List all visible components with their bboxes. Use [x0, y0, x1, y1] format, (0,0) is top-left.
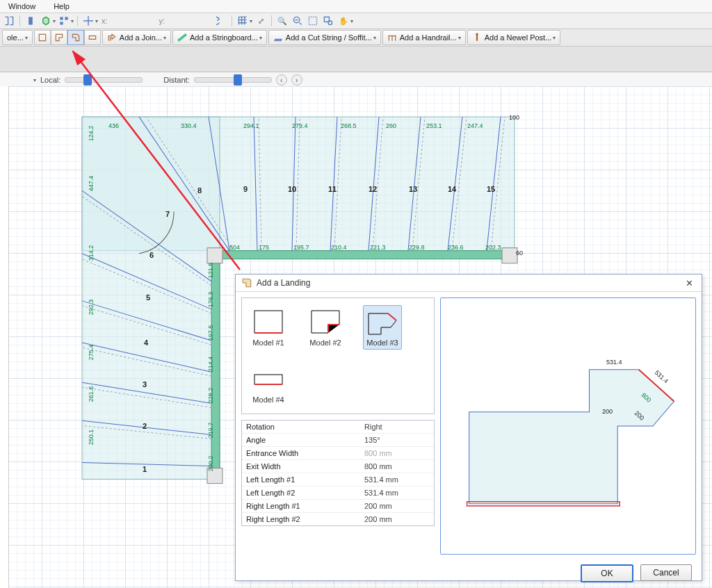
tool-zoom-region-icon[interactable]	[321, 14, 335, 28]
dim-ri-1: 176.3	[207, 292, 214, 308]
dialog-close-icon[interactable]: ✕	[682, 276, 696, 290]
svg-line-51	[388, 313, 396, 320]
svg-rect-13	[211, 251, 512, 259]
dim-lo-5: 261.6	[88, 386, 95, 402]
svg-rect-0	[29, 17, 33, 24]
step-9: 9	[243, 185, 248, 193]
separator	[271, 15, 272, 26]
landing-mode-1-icon[interactable]	[34, 30, 51, 45]
local-slider[interactable]	[65, 77, 143, 83]
model-4[interactable]: Model #4	[249, 362, 288, 407]
step-12: 12	[369, 185, 377, 193]
dropdown-icon[interactable]: ▾	[53, 18, 56, 24]
menu-window[interactable]: Window	[4, 1, 40, 12]
tool-scale-icon[interactable]: ⤢	[254, 14, 268, 28]
local-slider-label: Local:	[40, 76, 60, 84]
step-10: 10	[288, 185, 296, 193]
tool-zoom-out-icon[interactable]	[291, 14, 305, 28]
dropdown-icon[interactable]: ▾	[95, 18, 98, 24]
ribbon-spacer	[0, 47, 712, 72]
toolbar-main: ▾ ▾ ▾ x: y: ▾ ⤢ 🔍 ✋ ▾	[0, 13, 712, 29]
model-1[interactable]: Model #1	[249, 305, 288, 350]
slider-prev-icon[interactable]: ‹	[276, 74, 287, 85]
step-6: 6	[149, 251, 154, 259]
landing-mode-group	[34, 30, 101, 45]
step-3: 3	[143, 380, 147, 389]
svg-rect-1	[60, 17, 63, 19]
dropdown-icon[interactable]: ▾	[250, 18, 252, 24]
landing-mode-4-icon[interactable]	[84, 30, 101, 45]
svg-rect-16	[502, 248, 517, 263]
dropdown-icon[interactable]: ▾	[71, 18, 74, 24]
model-2[interactable]: Model #2	[306, 305, 345, 350]
tool-pan-icon[interactable]: ✋	[337, 14, 350, 28]
y-coord-input[interactable]	[168, 15, 213, 26]
dim-bot-7: 202.3	[485, 244, 501, 251]
tool-fit-icon[interactable]	[306, 14, 320, 28]
dropdown-icon[interactable]: ▾	[350, 18, 353, 24]
separator	[77, 15, 78, 26]
properties-table: RotationRight Angle135° Entrance Width80…	[241, 420, 435, 526]
landing-preview: 531.4 531.4 800 200 200	[440, 297, 696, 555]
toolbar-stair-actions: ole...▾ Add a Join...▾ Add a Stringboard…	[0, 29, 712, 47]
add-join-button[interactable]: Add a Join...▾	[102, 30, 171, 45]
prop-row[interactable]: Angle135°	[242, 434, 434, 447]
tool-components-icon[interactable]	[57, 14, 71, 28]
dim-top-4: 268.5	[341, 122, 357, 129]
ok-button[interactable]: OK	[581, 564, 633, 582]
tool-crosshair-icon[interactable]	[81, 14, 95, 28]
prop-row[interactable]: Entrance Width800 mm	[242, 447, 434, 460]
add-newel-button[interactable]: Add a Newel Post...▾	[467, 30, 561, 45]
svg-rect-3	[60, 22, 63, 24]
svg-rect-2	[65, 17, 67, 19]
svg-point-7	[328, 21, 332, 25]
landing-mode-2-icon[interactable]	[51, 30, 67, 45]
add-landing-dialog: Add a Landing ✕ Model #1 Model #2 Model …	[235, 274, 702, 581]
dialog-titlebar: Add a Landing ✕	[236, 275, 702, 292]
landing-mode-3-icon[interactable]	[67, 30, 84, 45]
prop-row[interactable]: Left Length #2531.4 mm	[242, 487, 434, 500]
dim-lo-4: 275.4	[88, 345, 95, 361]
dim-bot-3: 210.4	[331, 244, 347, 251]
add-cutstring-button[interactable]: Add a Cut String / Soffit...▾	[268, 30, 381, 45]
tool-undo-icon[interactable]	[214, 14, 228, 28]
add-stringboard-button[interactable]: Add a Stringboard...▾	[172, 30, 267, 45]
landing-dialog-icon	[241, 277, 252, 288]
stringboard-icon	[177, 33, 187, 42]
svg-rect-52	[254, 375, 282, 384]
tool-cube-icon[interactable]	[39, 14, 53, 28]
dropdown-icon[interactable]: ▾	[33, 77, 36, 83]
add-hole-button[interactable]: ole...▾	[2, 30, 33, 45]
distant-slider[interactable]	[194, 77, 272, 83]
tool-grid-icon[interactable]	[236, 14, 250, 28]
menu-help[interactable]: Help	[49, 1, 74, 12]
dim-top-2: 294.1	[243, 122, 259, 129]
x-coord-input[interactable]	[111, 15, 156, 26]
prop-row[interactable]: RotationRight	[242, 420, 434, 434]
svg-rect-15	[207, 248, 222, 263]
newel-icon	[472, 33, 482, 42]
dim-bot-0: 504	[229, 244, 240, 251]
tool-column-icon[interactable]	[24, 14, 38, 28]
step-4: 4	[144, 338, 148, 347]
cutstring-icon	[273, 33, 283, 42]
cancel-button[interactable]: Cancel	[640, 564, 692, 581]
add-handrail-button[interactable]: Add a Handrail...▾	[382, 30, 466, 45]
tool-flip-icon[interactable]	[2, 14, 16, 28]
dim-top-6: 253.1	[426, 122, 442, 129]
dim-bot-1: 175	[259, 244, 269, 251]
dim-bot-4: 221.3	[370, 244, 386, 251]
dim-top-7: 247.4	[467, 122, 483, 129]
prop-row[interactable]: Right Length #1200 mm	[242, 500, 434, 513]
tool-zoom-in-icon[interactable]: 🔍	[275, 14, 289, 28]
slider-next-icon[interactable]: ›	[291, 74, 302, 85]
model-3[interactable]: Model #3	[363, 305, 402, 350]
dim-top-5: 260	[386, 122, 396, 129]
prop-row[interactable]: Right Length #2200 mm	[242, 513, 434, 525]
svg-rect-8	[39, 34, 45, 40]
prop-row[interactable]: Left Length #1531.4 mm	[242, 473, 434, 487]
prop-row[interactable]: Exit Width800 mm	[242, 460, 434, 473]
y-coord-label: y:	[159, 17, 165, 25]
dim-bot-5: 229.8	[409, 244, 425, 251]
pv-left-short: 200	[602, 408, 613, 415]
